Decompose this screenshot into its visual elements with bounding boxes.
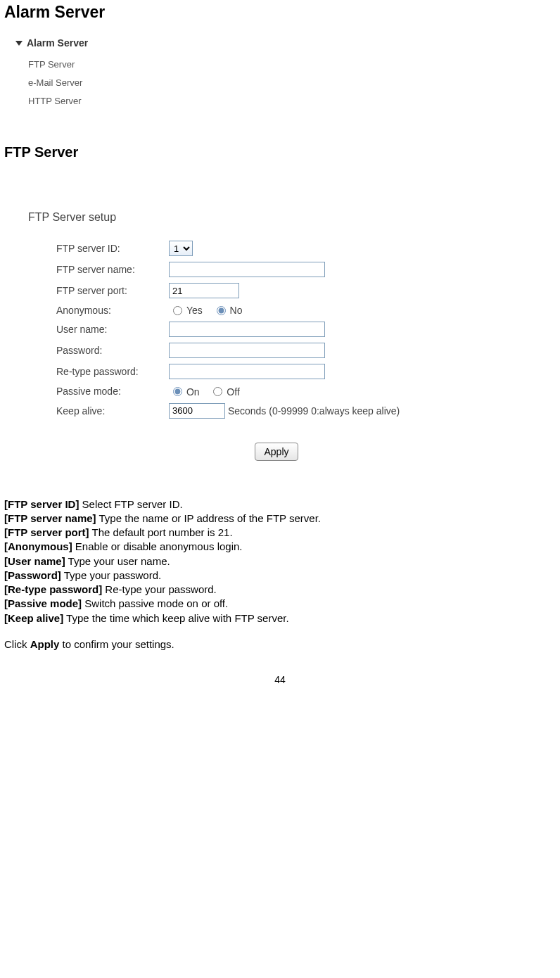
label-repass: Re-type password: [53, 362, 166, 381]
label-passive: Passive mode: [53, 383, 166, 398]
anon-no-label: No [230, 305, 243, 316]
desc-val: Select FTP server ID. [79, 498, 182, 510]
nav-item-ftp[interactable]: FTP Server [28, 56, 560, 74]
desc-key: [Re-type password] [4, 583, 102, 595]
anon-yes-label: Yes [186, 305, 203, 316]
nav-item-email[interactable]: e-Mail Server [28, 74, 560, 92]
closing-line: Click Apply to confirm your settings. [4, 638, 560, 650]
anon-no-radio[interactable] [217, 306, 226, 315]
retype-password-input[interactable] [169, 364, 325, 379]
nav-item-http[interactable]: HTTP Server [28, 92, 560, 110]
passive-on-radio[interactable] [173, 387, 182, 396]
desc-val: Type your password. [61, 569, 161, 581]
label-user: User name: [53, 320, 166, 338]
caret-down-icon [15, 41, 23, 46]
sub-heading: FTP Server [0, 140, 560, 160]
desc-key: [Password] [4, 569, 61, 581]
label-pass: Password: [53, 341, 166, 360]
main-heading: Alarm Server [0, 0, 560, 22]
ftp-form: FTP Server setup FTP server ID: 1 FTP se… [21, 167, 560, 474]
anon-yes-radio[interactable] [173, 306, 182, 315]
desc-val: Enable or disable anonymous login. [72, 540, 243, 552]
label-keep: Keep alive: [53, 402, 166, 420]
keepalive-hint: Seconds (0-99999 0:always keep alive) [228, 405, 400, 416]
desc-key: [Anonymous] [4, 540, 72, 552]
desc-key: [FTP server name] [4, 512, 96, 524]
nav-tree: Alarm Server FTP Server e-Mail Server HT… [15, 37, 560, 110]
page-number: 44 [0, 674, 560, 685]
passive-on-label: On [186, 386, 200, 398]
label-ftp-id: FTP server ID: [53, 239, 166, 258]
desc-key: [Keep alive] [4, 612, 63, 624]
desc-key: [Passive mode] [4, 597, 82, 609]
label-ftp-name: FTP server name: [53, 260, 166, 279]
desc-val: Re-type your password. [102, 583, 217, 595]
ftp-id-select[interactable]: 1 [169, 241, 193, 256]
label-ftp-port: FTP server port: [53, 281, 166, 300]
desc-val: Type the name or IP address of the FTP s… [96, 512, 321, 524]
desc-key: [FTP server ID] [4, 498, 79, 510]
desc-val: Type the time which keep alive with FTP … [63, 612, 288, 624]
passive-off-label: Off [227, 386, 239, 398]
form-title: FTP Server setup [28, 211, 560, 224]
apply-button[interactable]: Apply [255, 443, 298, 461]
user-input[interactable] [169, 322, 325, 337]
desc-val: Type your user name. [65, 555, 170, 567]
nav-root-label: Alarm Server [27, 37, 88, 49]
ftp-name-input[interactable] [169, 262, 325, 277]
keepalive-input[interactable] [169, 403, 225, 419]
desc-key: [FTP server port] [4, 526, 89, 538]
desc-key: [User name] [4, 555, 65, 567]
label-anon: Anonymous: [53, 303, 166, 317]
nav-root[interactable]: Alarm Server [15, 37, 560, 49]
ftp-port-input[interactable] [169, 283, 239, 298]
password-input[interactable] [169, 343, 325, 358]
description-list: [FTP server ID] Select FTP server ID. [F… [4, 497, 560, 625]
desc-val: The default port number is 21. [89, 526, 233, 538]
desc-val: Switch passive mode on or off. [82, 597, 228, 609]
passive-off-radio[interactable] [213, 387, 222, 396]
